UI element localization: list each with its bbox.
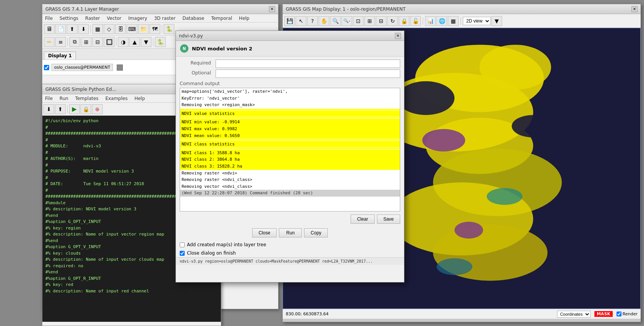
render-checkbox[interactable] [617, 311, 621, 316]
close-dialog-label: Close dialog on finish [187, 250, 236, 256]
py-toolbar-save-btn[interactable]: ⬆ [55, 104, 66, 114]
py-menu-templates[interactable]: Templates [74, 95, 100, 102]
toolbar-load-btn[interactable]: 📄 [55, 24, 66, 34]
layer-checkbox[interactable] [44, 65, 49, 70]
add-map-label: Add created map(s) into layer tree [187, 242, 266, 247]
toolbar-list-btn[interactable]: ≡ [55, 37, 66, 47]
toolbar-zoom-btn[interactable]: 🔲 [104, 37, 114, 47]
close-button[interactable]: Close [252, 228, 277, 237]
menu-file[interactable]: File [44, 15, 54, 21]
ndvi-header-label: NDVI model version 2 [192, 46, 252, 52]
map-toolbar-unlock-btn[interactable]: 🔓 [410, 16, 421, 26]
py-menu-examples[interactable]: Examples [104, 95, 129, 102]
toolbar-cmd-btn[interactable]: ⌨ [127, 24, 137, 34]
add-map-checkbox-row: Add created map(s) into layer tree [176, 240, 404, 249]
output-area[interactable]: map=options['ndvi_vector'], raster='ndvi… [180, 88, 400, 211]
map-toolbar: 💾 ↖ ? ✋ 🔍 🔍- ⊡ ⊞ ⊟ ↻ 🔒 🔓 📊 🌐 ▦ 2D view ▼ [283, 14, 641, 28]
copy-button[interactable]: Copy [304, 228, 328, 237]
toolbar-table-btn[interactable]: ⊞ [81, 37, 92, 47]
toolbar-download-btn[interactable]: ⬇ [78, 24, 89, 34]
map-toolbar-save-btn[interactable]: 💾 [284, 16, 295, 26]
toolbar-sep3 [68, 38, 68, 46]
render-label: Render [623, 311, 638, 316]
map-toolbar-view-expand[interactable]: ▼ [491, 16, 502, 26]
output-line: Removing raster <ndvi> [180, 170, 400, 177]
toolbar-python-btn[interactable]: 🐍 [164, 24, 174, 34]
toolbar-vector-btn[interactable]: ◇ [104, 24, 114, 34]
py-toolbar-run-btn[interactable]: ▶ [69, 104, 80, 114]
output-line: KeyError: 'ndvi_vector' [180, 95, 400, 102]
toolbar-display-btn[interactable]: 🖥 [44, 24, 55, 34]
py-menu-file[interactable]: File [44, 95, 54, 102]
py-toolbar-sep1 [67, 105, 68, 113]
toolbar-copy-btn[interactable]: ⧉ [69, 37, 80, 47]
layer-manager-title: GRASS GIS 7.4.1 Layer Manager [45, 6, 119, 12]
menu-3draster[interactable]: 3D raster [153, 15, 177, 21]
menu-raster[interactable]: Raster [84, 15, 101, 21]
layer-name[interactable]: oslo_classes@PERMANENT [52, 64, 113, 71]
layer-manager-close-button[interactable]: ✕ [269, 6, 275, 12]
output-line [180, 148, 400, 149]
ndvi-dialog-close-btn[interactable]: ✕ [395, 33, 401, 39]
menu-vector[interactable]: Vector [106, 15, 122, 21]
py-toolbar-lock-btn[interactable]: 🔒 [80, 104, 91, 114]
menu-temporal[interactable]: Temporal [210, 15, 233, 21]
svg-point-14 [454, 222, 483, 239]
menu-help[interactable]: Help [238, 15, 250, 21]
code-line-27: #% key: red [45, 282, 218, 288]
map-toolbar-zoom-region-btn[interactable]: ⊟ [376, 16, 386, 26]
output-line: NDVI mean value: 0.5650 [180, 132, 400, 139]
layer-manager-titlebar: GRASS GIS 7.4.1 Layer Manager ✕ [42, 4, 278, 14]
toolbar-pencil-btn[interactable]: ✏ [44, 37, 55, 47]
py-toolbar-help-btn[interactable]: ⊕ [92, 104, 103, 114]
svg-point-10 [397, 81, 454, 115]
display-tab-1[interactable]: Display 1 [44, 52, 76, 60]
py-menu-run[interactable]: Run [58, 95, 69, 102]
menu-database[interactable]: Database [181, 15, 205, 21]
svg-point-15 [436, 258, 472, 275]
optional-input[interactable] [216, 69, 400, 78]
map-toolbar-extent-btn[interactable]: ⊡ [353, 16, 364, 26]
toolbar-map-btn[interactable]: 🗺 [150, 24, 160, 34]
py-toolbar-load-btn[interactable]: ⬇ [43, 104, 54, 114]
toolbar-py2-btn[interactable]: 🐍 [155, 37, 166, 47]
code-line-28: #% description: Name of input red channe… [45, 288, 218, 295]
output-line: Removing raster <ndvi_class> [180, 176, 400, 183]
toolbar-move-up-btn[interactable]: ▲ [129, 37, 140, 47]
menu-settings[interactable]: Settings [58, 15, 79, 21]
toolbar-opacity-btn[interactable]: ◑ [118, 37, 129, 47]
map-toolbar-lock-btn[interactable]: 🔒 [399, 16, 409, 26]
output-line: (Wed Sep 12 22:28:07 2018) Command finis… [180, 190, 400, 197]
map-display-close-btn[interactable]: ✕ [631, 6, 638, 12]
toolbar-raster-btn[interactable]: ▦ [92, 24, 103, 34]
optional-label: Optional [180, 69, 214, 78]
map-toolbar-analyze-btn[interactable]: 📊 [425, 16, 436, 26]
close-dialog-checkbox[interactable] [180, 251, 185, 256]
required-input[interactable] [216, 60, 400, 68]
py-menu-help[interactable]: Help [133, 95, 146, 102]
toolbar-grid-btn[interactable]: ⊟ [92, 37, 103, 47]
save-button[interactable]: Save [377, 215, 400, 224]
map-toolbar-region-btn[interactable]: ⊞ [364, 16, 375, 26]
map-toolbar-zoom-out-btn[interactable]: 🔍- [341, 16, 352, 26]
map-toolbar-rotate-btn[interactable]: ↻ [387, 16, 398, 26]
map-toolbar-pan-btn[interactable]: ✋ [319, 16, 329, 26]
map-toolbar-query-btn[interactable]: ? [307, 16, 318, 26]
toolbar-db-btn[interactable]: 🗄 [115, 24, 126, 34]
toolbar-move-down-btn[interactable]: ▼ [141, 37, 151, 47]
add-map-checkbox[interactable] [180, 242, 185, 247]
map-toolbar-zoom-in-btn[interactable]: 🔍 [330, 16, 341, 26]
map-toolbar-nviz-btn[interactable]: 🌐 [436, 16, 447, 26]
run-button[interactable]: Run [279, 228, 302, 237]
ndvi-icon: N [180, 44, 189, 53]
toolbar-upload-btn[interactable]: ⬆ [67, 24, 77, 34]
output-line: NDVI class 1: 3588.8 ha [180, 150, 400, 157]
map-toolbar-pointer-btn[interactable]: ↖ [296, 16, 306, 26]
map-toolbar-render-btn[interactable]: ▦ [448, 16, 459, 26]
toolbar-group-btn[interactable]: 📁 [138, 24, 149, 34]
clear-button[interactable]: Clear [351, 215, 375, 224]
view-2d-select[interactable]: 2D view [463, 17, 491, 25]
layer-color-indicator [117, 65, 123, 71]
coordinate-type-select[interactable]: Coordinates [557, 311, 591, 318]
menu-imagery[interactable]: Imagery [127, 15, 148, 21]
